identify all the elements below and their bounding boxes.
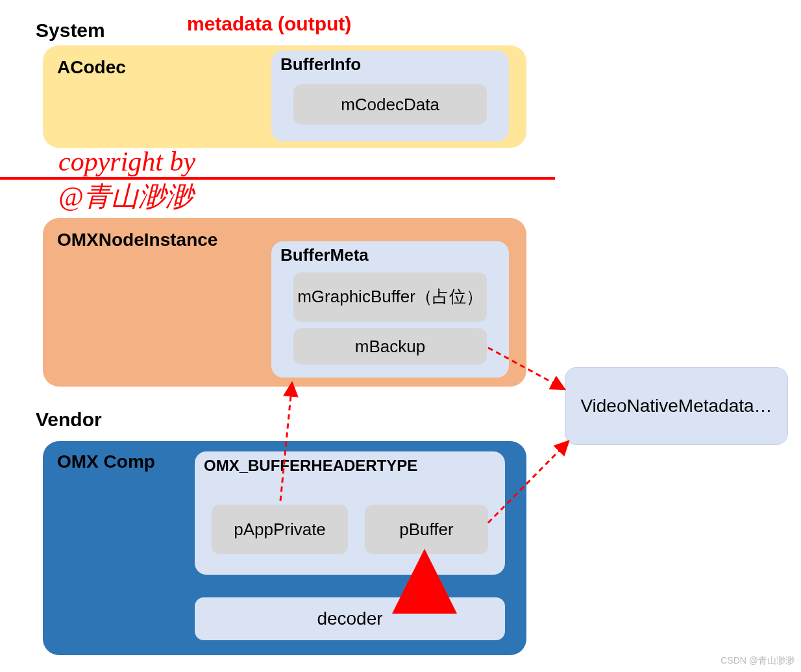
divider-line [0, 177, 555, 180]
mbackup-box: mBackup [293, 328, 487, 365]
diagram-title: metadata (output) [187, 13, 351, 35]
mcodecdata-label: mCodecData [293, 95, 487, 115]
omxcomp-title: OMX Comp [57, 451, 155, 472]
buffermeta-title: BufferMeta [280, 245, 369, 265]
vendor-label: Vendor [36, 409, 102, 431]
bufferinfo-title: BufferInfo [280, 54, 361, 75]
pappprivate-label: pAppPrivate [212, 520, 348, 540]
mcodecdata-box: mCodecData [293, 84, 487, 125]
omxbufferheader-title: OMX_BUFFERHEADERTYPE [204, 457, 417, 475]
copyright-line2: @青山渺渺 [58, 178, 193, 215]
mgraphicbuffer-label: mGraphicBuffer（占位） [293, 287, 487, 307]
mgraphicbuffer-box: mGraphicBuffer（占位） [293, 272, 487, 322]
mbackup-label: mBackup [293, 337, 487, 357]
omxbufferheader-box: OMX_BUFFERHEADERTYPE pAppPrivate pBuffer [195, 451, 505, 575]
buffermeta-box: BufferMeta mGraphicBuffer（占位） mBackup [271, 241, 509, 378]
bufferinfo-box: BufferInfo mCodecData [271, 51, 509, 141]
pbuffer-label: pBuffer [365, 520, 488, 540]
videonativemeta-label: VideoNativeMetadata… [565, 396, 787, 416]
system-label: System [36, 19, 105, 42]
acodec-title: ACodec [57, 57, 126, 78]
copyright-line1: copyright by [58, 146, 195, 177]
decoder-box: decoder [195, 597, 505, 640]
pbuffer-box: pBuffer [365, 505, 488, 554]
decoder-label: decoder [195, 608, 505, 629]
videonativemeta-box: VideoNativeMetadata… [565, 367, 788, 445]
omxnode-title: OMXNodeInstance [57, 230, 217, 250]
pappprivate-box: pAppPrivate [212, 505, 348, 554]
watermark-text: CSDN @青山渺渺 [721, 655, 795, 667]
